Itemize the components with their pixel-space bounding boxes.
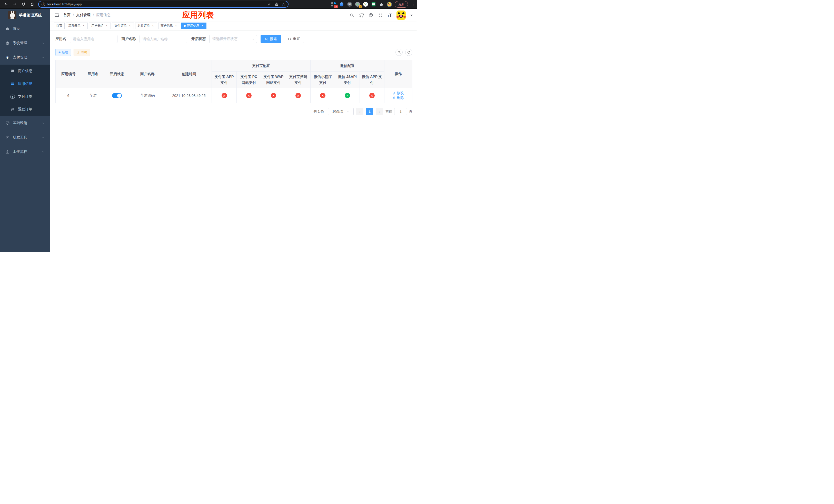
- site-info-icon[interactable]: [42, 3, 45, 6]
- sidebar-item-home[interactable]: 首页: [0, 22, 50, 36]
- app-table: 应用编号 应用名 开启状态 商户名称 创建时间 支付宝配置 微信配置 操作 支付…: [56, 60, 412, 103]
- download-icon: [77, 51, 80, 54]
- tab-refund-order[interactable]: 退款订单: [135, 23, 157, 29]
- app-logo[interactable]: 芋道管理系统: [0, 9, 50, 22]
- sidebar-item-workflow[interactable]: 工作流程: [0, 144, 50, 159]
- jump-suffix-label: 页: [409, 109, 412, 114]
- breadcrumb: 首页 / 支付管理 / 应用信息: [63, 13, 111, 18]
- sidebar-item-merchant-info[interactable]: 商户信息: [0, 65, 50, 77]
- col-header-actions: 操作: [385, 60, 412, 88]
- close-icon[interactable]: [128, 24, 132, 28]
- back-icon[interactable]: [4, 2, 8, 6]
- extensions-puzzle-icon[interactable]: [379, 2, 384, 7]
- search-icon[interactable]: [350, 13, 354, 18]
- close-icon[interactable]: [174, 24, 178, 28]
- avatar[interactable]: [396, 10, 406, 20]
- total-count: 共 1 条: [314, 109, 324, 114]
- page-size-select[interactable]: 10条/页: [328, 108, 354, 115]
- sidebar-item-payment[interactable]: 支付管理: [0, 50, 50, 65]
- sidebar: 芋道管理系统 首页 系统管理 支付管理 商户信息 应用信息: [0, 9, 50, 252]
- home-icon[interactable]: [30, 2, 35, 6]
- close-icon[interactable]: [105, 24, 109, 28]
- browser-menu-icon[interactable]: [411, 3, 415, 6]
- sidebar-item-system[interactable]: 系统管理: [0, 36, 50, 50]
- top-navbar: 首页 / 支付管理 / 应用信息 应用列表: [50, 9, 417, 22]
- github-icon[interactable]: [359, 13, 364, 18]
- col-header-wechat-lite: 微信小程序支付: [311, 71, 335, 88]
- current-page[interactable]: 1: [366, 108, 373, 115]
- sidebar-item-app-info[interactable]: 应用信息: [0, 77, 50, 90]
- gear-icon: [5, 41, 10, 45]
- col-header-alipay-qr: 支付宝扫码支付: [286, 71, 311, 88]
- forward-icon[interactable]: [13, 2, 17, 6]
- extension-recorder-icon[interactable]: 1: [355, 2, 360, 7]
- monitor-icon: [5, 121, 10, 125]
- browser-profile-avatar[interactable]: [387, 2, 392, 7]
- tab-app-info[interactable]: 应用信息: [181, 23, 206, 29]
- refresh-icon: [288, 37, 291, 41]
- breadcrumb-payment[interactable]: 支付管理: [76, 13, 90, 18]
- url-text[interactable]: localhost:1024/pay/app: [47, 2, 82, 6]
- wechat-jsapi-status-icon: [345, 93, 350, 98]
- close-icon[interactable]: [151, 24, 155, 28]
- extension-blocks-icon[interactable]: 10: [331, 2, 336, 7]
- search-button[interactable]: 搜索: [261, 35, 281, 43]
- merchant-name-input[interactable]: [139, 35, 187, 43]
- col-header-status: 开启状态: [105, 60, 129, 88]
- tab-process-form[interactable]: 流程表单: [66, 23, 88, 29]
- address-bar[interactable]: localhost:1024/pay/app: [38, 1, 288, 8]
- browser-update-button[interactable]: 更新: [395, 1, 408, 8]
- chevron-down-icon: [42, 150, 45, 154]
- sidebar-item-refund-order[interactable]: 退款订单: [0, 103, 50, 116]
- app-name-label: 应用名: [56, 37, 66, 41]
- font-size-icon[interactable]: [388, 13, 392, 18]
- toggle-search-button[interactable]: [395, 49, 403, 56]
- extension-badge: 10: [334, 5, 338, 8]
- search-form: 应用名 商户名称 开启状态 请选择开启状态 搜索: [56, 35, 412, 43]
- share-icon[interactable]: [275, 2, 279, 6]
- avatar-dropdown-caret-icon[interactable]: [410, 15, 413, 17]
- jump-page-input[interactable]: [394, 108, 407, 115]
- extension-balloon-icon[interactable]: [339, 2, 344, 7]
- reload-icon[interactable]: [21, 2, 26, 6]
- wechat-lite-status-icon: [320, 93, 326, 98]
- alipay-qr-status-icon: [295, 93, 301, 98]
- close-icon[interactable]: [201, 24, 204, 28]
- breadcrumb-home[interactable]: 首页: [63, 13, 70, 18]
- enabled-toggle[interactable]: [112, 93, 122, 98]
- tab-user-group[interactable]: 用户分组: [89, 23, 111, 29]
- sidebar-item-infrastructure[interactable]: 基础设施: [0, 116, 50, 130]
- extension-sheet-icon[interactable]: [371, 2, 376, 7]
- edit-link[interactable]: 修改: [393, 91, 404, 95]
- tab-home[interactable]: 首页: [54, 23, 65, 29]
- app-name-input[interactable]: [70, 35, 117, 43]
- help-icon[interactable]: [369, 13, 373, 18]
- tab-merchant-info[interactable]: 商户信息: [158, 23, 180, 29]
- next-page-button[interactable]: [376, 108, 383, 115]
- dashboard-icon: [5, 27, 10, 31]
- reset-button[interactable]: 重置: [284, 35, 304, 43]
- delete-link[interactable]: 删除: [393, 96, 404, 100]
- export-button[interactable]: 导出: [73, 49, 90, 56]
- col-header-alipay-app: 支付宝 APP 支付: [212, 71, 237, 88]
- trash-icon: [393, 96, 396, 99]
- extension-vue-devtools-icon[interactable]: [363, 2, 368, 7]
- fullscreen-icon[interactable]: [378, 13, 383, 18]
- bookmark-star-icon[interactable]: [282, 2, 285, 7]
- extension-command-icon[interactable]: [347, 2, 352, 7]
- add-button[interactable]: 新增: [56, 49, 71, 56]
- sidebar-item-dev-tools[interactable]: 研发工具: [0, 130, 50, 144]
- active-tab-dot: [184, 25, 186, 27]
- password-key-icon[interactable]: [267, 2, 271, 6]
- sidebar-item-pay-order[interactable]: 支付订单: [0, 90, 50, 103]
- refresh-table-button[interactable]: [405, 49, 412, 56]
- group-header-wechat: 微信配置: [311, 60, 385, 71]
- col-header-created: 创建时间: [166, 60, 212, 88]
- collapse-sidebar-icon[interactable]: [54, 13, 59, 18]
- chevron-up-icon: [42, 56, 45, 59]
- prev-page-button[interactable]: [356, 108, 364, 115]
- extension-badge: 1: [359, 5, 361, 8]
- status-select[interactable]: 请选择开启状态: [209, 35, 257, 43]
- close-icon[interactable]: [82, 24, 85, 28]
- tab-pay-order[interactable]: 支付订单: [112, 23, 134, 29]
